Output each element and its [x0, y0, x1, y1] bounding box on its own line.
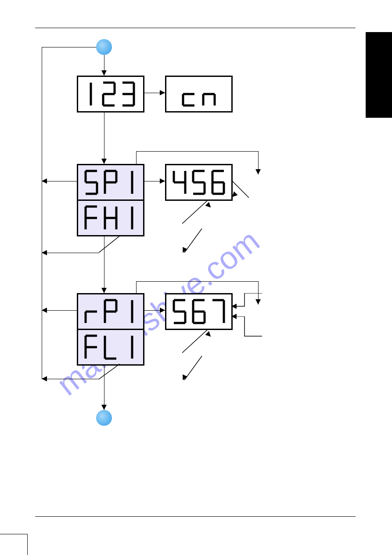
loop-567-in-v: [136, 281, 137, 293]
edge-sp1-left: [42, 181, 77, 181]
arrow-sp1-rp1: [101, 288, 107, 293]
end-circle: [96, 410, 112, 426]
arrow-123-cn: [160, 90, 165, 95]
lcd-567: [165, 293, 233, 330]
arrow-fl1-left: [42, 376, 47, 381]
edge-fl1-left-h: [42, 379, 99, 379]
seg-fl1: [82, 333, 139, 361]
seg-cn: [177, 80, 221, 108]
seg-fh1: [82, 204, 139, 232]
fh1-tick: [99, 235, 125, 261]
seg-sp1: [82, 168, 139, 196]
lcd-sp1: [77, 164, 144, 201]
lcd-123: [77, 76, 144, 112]
edge-123-sp1: [104, 111, 104, 164]
tick-567-b2: [184, 356, 215, 388]
tick-456-b2: [184, 229, 215, 261]
loop-567-in-h: [136, 281, 258, 282]
lcd-rp1: [77, 293, 144, 330]
seg-rp1: [82, 297, 139, 326]
lcd-fl1: [77, 329, 144, 366]
svg-line-33: [99, 235, 121, 253]
lcd-fh1: [77, 200, 144, 236]
edge-rp1-left: [42, 310, 77, 311]
bottom-rule: [35, 516, 356, 517]
footer-rule-h: [0, 534, 27, 534]
fl1-tick: [99, 364, 125, 392]
footer-rule-v: [27, 534, 28, 555]
edge-sp1-rp1: [104, 235, 104, 293]
arrow-rp1-end: [101, 405, 107, 410]
loop-456-in-v: [136, 151, 137, 164]
arrow-567-bot: [231, 314, 237, 319]
tick-456-b1: [182, 200, 222, 232]
lcd-cn: [165, 76, 233, 112]
arrow-loop-456-in: [255, 169, 261, 174]
seg-567: [170, 297, 227, 326]
diagram-page: manualshive.com: [0, 0, 392, 555]
edge-fh1-left-h: [42, 253, 99, 253]
edge-rp1-end: [104, 364, 104, 410]
top-rule: [35, 28, 356, 28]
arrow-rp1-567: [160, 308, 165, 313]
arrow-sp1-left: [42, 178, 47, 184]
lcd-456: [165, 164, 233, 201]
bracket-567-top: [231, 293, 271, 312]
left-bus: [42, 47, 42, 379]
loop-456-in-h: [136, 151, 258, 152]
svg-line-60: [99, 364, 120, 379]
arrow-sp1-456: [160, 178, 165, 184]
seg-123: [82, 80, 139, 108]
start-circle: [96, 39, 112, 55]
arrow-fh1-left: [42, 250, 47, 255]
seg-456: [170, 168, 227, 196]
bracket-567-bot: [231, 316, 271, 345]
bus-to-start-h: [42, 47, 96, 47]
arrow-start-123: [101, 70, 107, 76]
arrow-rp1-left: [42, 308, 47, 313]
arrow-123-sp1: [101, 159, 107, 164]
arrow-567-top: [231, 304, 237, 309]
side-tab: [366, 32, 392, 118]
